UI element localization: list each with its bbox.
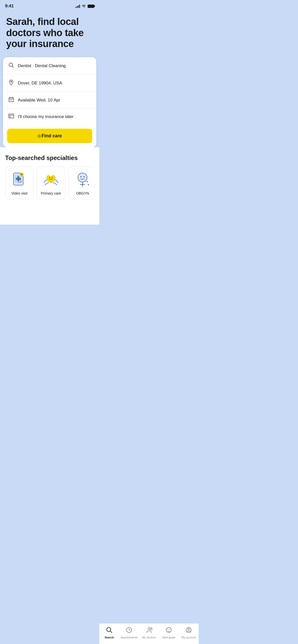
specialty-row[interactable]: Dentist · Dental Cleaning [3,57,96,75]
svg-rect-8 [11,100,12,100]
status-time: 9:41 [5,4,14,9]
svg-point-20 [18,181,19,182]
location-text: Dover, DE 19904, USA [18,81,62,86]
calendar-icon [8,97,14,103]
insurance-icon [8,114,14,120]
svg-rect-7 [10,100,11,100]
specialty-card-primary-care[interactable]: Primary care [37,167,65,199]
insurance-text: I'll choose my insurance later [18,114,74,119]
specialty-text: Dentist · Dental Cleaning [18,63,66,68]
obgyn-icon [74,171,91,189]
specialty-card-video-visit[interactable]: Video visit [5,167,34,199]
hero-title: Sarah, find local doctors who take your … [6,16,93,50]
date-row[interactable]: Available Wed, 10 Apr [3,92,96,109]
primary-care-icon [42,171,60,189]
specialties-grid: Video visit [5,167,94,199]
svg-point-25 [80,177,82,178]
svg-rect-16 [16,178,21,180]
wifi-icon [82,4,86,8]
location-row[interactable]: Dover, DE 19904, USA [3,75,96,92]
find-care-button[interactable]: Find care [7,129,92,143]
date-text: Available Wed, 10 Apr [18,98,60,103]
svg-point-26 [84,177,85,178]
hero-section: Sarah, find local doctors who take your … [0,11,99,57]
svg-point-2 [11,81,12,82]
svg-line-1 [12,66,14,68]
signal-icon [75,4,80,8]
search-card: Dentist · Dental Cleaning Dover, DE 1990… [3,57,96,147]
search-icon [8,62,14,69]
main-content: Top-searched specialties [0,147,99,225]
insurance-row[interactable]: I'll choose my insurance later [3,109,96,125]
specialty-card-obgyn[interactable]: OBGYN [68,167,94,199]
button-dot [37,134,41,138]
battery-icon [88,5,94,8]
status-bar: 9:41 [0,0,99,11]
svg-point-21 [20,181,21,182]
video-visit-icon [10,171,28,189]
svg-point-22 [49,177,50,178]
svg-point-24 [78,173,87,182]
obgyn-label: OBGYN [76,191,89,195]
svg-point-23 [52,177,53,178]
status-icons [75,4,94,8]
find-care-label: Find care [42,133,62,138]
location-icon [8,80,14,86]
video-visit-label: Video visit [11,191,28,195]
primary-care-label: Primary care [41,191,61,195]
specialties-title: Top-searched specialties [5,154,94,162]
